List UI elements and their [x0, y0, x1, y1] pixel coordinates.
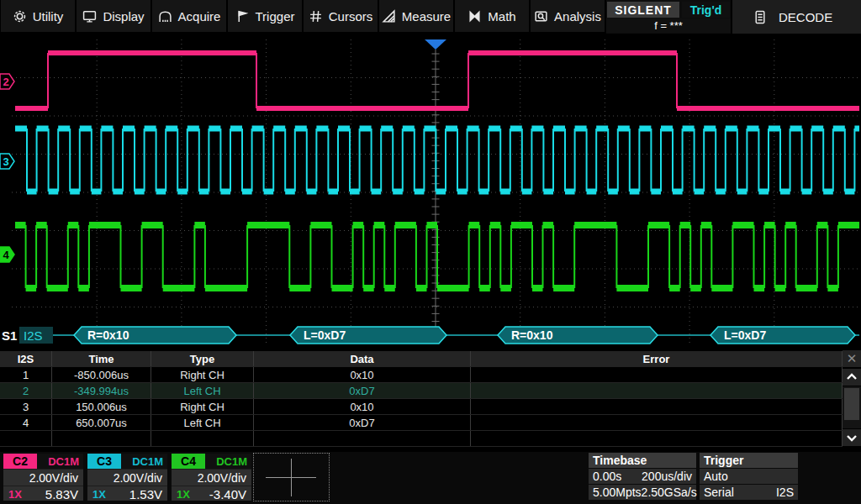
probe-attenuation: 1X — [177, 488, 190, 501]
channel-box-c2[interactable]: C2 DC1M 2.00V/div 1X 5.83V — [3, 454, 83, 501]
clipboard-icon — [753, 10, 767, 24]
volts-per-div: 2.00V/div — [172, 469, 251, 486]
decode-bus-label: S1 — [2, 328, 17, 343]
display-icon — [82, 9, 97, 24]
waveform-display: 234 S1 I2S R=0x10L=0xD7R=0x10L=0xD7 — [0, 34, 861, 351]
table-row[interactable]: 4650.007us Left CH0xD7 — [0, 415, 843, 431]
menu-utility[interactable]: Utility — [1, 0, 75, 32]
decode-packet: L=0xD7 — [710, 327, 855, 344]
add-channel-button[interactable] — [253, 453, 330, 501]
channel-offset: -3.40V — [209, 487, 246, 501]
bottom-status-bar: C2 DC1M 2.00V/div 1X 5.83V C3 DC1M 2.00V… — [0, 452, 861, 504]
menu-cursors[interactable]: Cursors — [304, 0, 378, 32]
siglent-logo: SIGLENT — [607, 2, 679, 18]
svg-text:L=0xD7: L=0xD7 — [724, 328, 766, 342]
channel-marker-c4[interactable]: 4 — [0, 247, 14, 262]
gear-icon — [13, 9, 27, 24]
decode-table-header: I2S Time Type Data Error — [0, 351, 843, 367]
coupling-label: DC1M — [37, 454, 83, 469]
coupling-label: DC1M — [121, 454, 167, 469]
timebase-title: Timebase — [589, 453, 696, 468]
svg-text:3: 3 — [3, 155, 9, 168]
decode-protocol-label: I2S — [24, 328, 43, 343]
table-row[interactable]: 1-850.006us Right CH0x10 — [0, 367, 843, 383]
svg-text:R=0x10: R=0x10 — [87, 328, 129, 342]
trigger-mode: Auto — [704, 470, 728, 483]
menu-acquire[interactable]: Acquire — [152, 0, 226, 32]
scroll-up-button[interactable] — [843, 369, 861, 386]
menu-measure[interactable]: Measure — [379, 0, 453, 32]
cursors-icon — [309, 9, 323, 24]
menu-display[interactable]: Display — [77, 0, 151, 32]
math-icon — [467, 9, 482, 24]
svg-text:R=0x10: R=0x10 — [511, 328, 553, 342]
menu-bar: Utility Display Acquire Trigger Cursors … — [0, 0, 861, 34]
volts-per-div: 2.00V/div — [3, 469, 83, 486]
scroll-down-button[interactable] — [843, 429, 861, 446]
channel-badge: C2 — [3, 454, 37, 469]
menu-analysis[interactable]: Analysis — [531, 0, 605, 32]
channel-badge: C4 — [172, 454, 205, 469]
decode-packet: R=0x10 — [498, 327, 658, 344]
measure-icon — [382, 9, 396, 24]
svg-text:L=0xD7: L=0xD7 — [304, 328, 346, 342]
status-block: SIGLENT Trig'd f = *** — [606, 0, 731, 34]
waveform-c4 — [15, 225, 859, 288]
menu-math[interactable]: Math — [455, 0, 529, 32]
trigger-title: Trigger — [700, 453, 798, 468]
trigger-status-badge: Trig'd — [682, 2, 730, 18]
close-icon[interactable]: ✕ — [843, 350, 861, 367]
table-row-empty — [0, 431, 843, 447]
flag-icon — [235, 9, 250, 24]
decode-packet: R=0x10 — [74, 327, 236, 344]
timebase-panel[interactable]: Timebase 0.00s 200us/div 5.00Mpts 2.50GS… — [589, 453, 696, 501]
coupling-label: DC1M — [205, 454, 251, 469]
trigger-panel[interactable]: Trigger Auto Serial I2S — [700, 453, 798, 501]
probe-attenuation: 1X — [92, 488, 106, 501]
decode-bus-row: S1 I2S R=0x10L=0xD7R=0x10L=0xD7 — [2, 327, 859, 344]
probe-attenuation: 1X — [8, 488, 22, 501]
acquire-icon — [158, 9, 172, 24]
analysis-icon — [534, 9, 548, 24]
channel-offset: 1.53V — [129, 487, 162, 501]
channel-offset: 5.83V — [45, 487, 78, 501]
timebase-delay: 0.00s — [593, 470, 621, 483]
trigger-protocol: I2S — [776, 486, 794, 499]
table-row[interactable]: 3150.006us Right CH0x10 — [0, 399, 843, 415]
chevron-up-icon — [847, 372, 857, 382]
scrollbar-thumb[interactable] — [844, 388, 859, 420]
svg-text:4: 4 — [3, 249, 10, 261]
timebase-scale: 200us/div — [642, 470, 692, 483]
channel-marker-c3[interactable]: 3 — [0, 154, 14, 169]
decode-list-table: I2S Time Type Data Error 1-850.006us Rig… — [0, 351, 843, 447]
volts-per-div: 2.00V/div — [87, 469, 167, 486]
sample-rate: 2.50GSa/s — [642, 486, 697, 499]
trigger-position-marker[interactable] — [425, 39, 446, 50]
channel-box-c4[interactable]: C4 DC1M 2.00V/div 1X -3.40V — [172, 454, 251, 501]
svg-text:2: 2 — [3, 76, 9, 88]
decode-packet: L=0xD7 — [290, 327, 446, 344]
channel-marker-c2[interactable]: 2 — [0, 74, 14, 89]
table-scrollbar[interactable] — [843, 386, 861, 428]
table-row-selected[interactable]: 2-349.994us Left CH0xD7 — [0, 383, 843, 399]
trigger-type: Serial — [704, 486, 734, 499]
menu-trigger[interactable]: Trigger — [228, 0, 302, 32]
chevron-down-icon — [847, 433, 857, 443]
channel-box-c3[interactable]: C3 DC1M 2.00V/div 1X 1.53V — [87, 454, 167, 501]
decode-menu-panel[interactable]: DECODE — [732, 0, 861, 34]
frequency-readout: f = *** — [606, 18, 731, 33]
channel-badge: C3 — [87, 454, 121, 469]
memory-depth: 5.00Mpts — [593, 486, 642, 499]
